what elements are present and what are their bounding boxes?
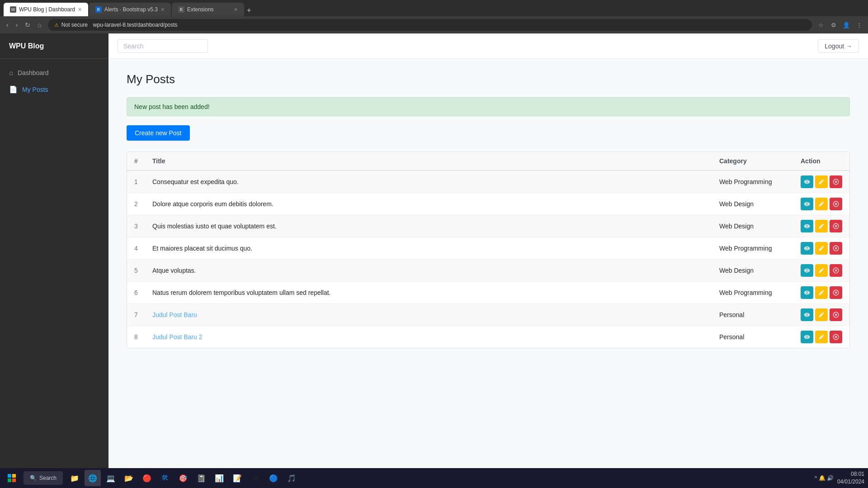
tab-close-extensions[interactable]: ✕ — [234, 7, 238, 13]
row-actions — [793, 304, 849, 326]
view-button[interactable] — [801, 175, 813, 188]
create-new-post-button[interactable]: Create new Post — [127, 125, 190, 141]
taskbar-app-youtube[interactable]: 🔴 — [139, 470, 155, 486]
delete-button[interactable] — [830, 242, 842, 255]
nav-buttons: ‹ › ↻ ⌂ — [4, 19, 44, 30]
taskbar-app-notes[interactable]: 📝 — [229, 470, 245, 486]
sidebar-item-my-posts[interactable]: 📄 My Posts — [0, 81, 108, 98]
edit-button[interactable] — [815, 175, 828, 188]
row-title[interactable]: Judul Post Baru — [145, 304, 712, 326]
taskbar-app-browser[interactable]: 🌐 — [85, 470, 101, 486]
row-actions — [793, 282, 849, 304]
row-actions — [793, 215, 849, 237]
view-button[interactable] — [801, 242, 813, 255]
taskbar-time: 08:01 04/01/2024 — [837, 470, 864, 486]
col-header-num: # — [127, 152, 145, 171]
extensions-icon[interactable]: ⚙ — [828, 19, 839, 30]
edit-button[interactable] — [815, 331, 828, 343]
taskbar-app-notion[interactable]: 📓 — [193, 470, 209, 486]
table-row: 6Natus rerum dolorem temporibus voluptat… — [127, 282, 849, 304]
delete-button[interactable] — [830, 175, 842, 188]
taskbar-app-folder[interactable]: 📂 — [121, 470, 137, 486]
view-button[interactable] — [801, 220, 813, 232]
sidebar-item-my-posts-label: My Posts — [22, 86, 48, 93]
row-actions — [793, 326, 849, 348]
row-num: 8 — [127, 326, 145, 348]
row-title: Consequatur est expedita quo. — [145, 171, 712, 193]
page-title: My Posts — [127, 72, 850, 86]
main-content: My Posts New post has been added! Create… — [108, 59, 868, 488]
view-button[interactable] — [801, 198, 813, 210]
taskbar-app-file-explorer[interactable]: 📁 — [66, 470, 83, 486]
row-category: Web Design — [712, 260, 793, 282]
menu-icon[interactable]: ⋮ — [854, 19, 864, 30]
taskbar-app-terminal[interactable]: 💻 — [103, 470, 119, 486]
start-button[interactable] — [4, 470, 20, 486]
row-title[interactable]: Judul Post Baru 2 — [145, 326, 712, 348]
address-input[interactable]: ⚠ Not secure wpu-laravel-8.test/dashboar… — [48, 19, 812, 31]
delete-button[interactable] — [830, 198, 842, 210]
post-title-link[interactable]: Judul Post Baru 2 — [152, 333, 203, 341]
content-wrapper: My Posts New post has been added! Create… — [108, 59, 868, 362]
tab-close-bootstrap[interactable]: ✕ — [160, 7, 165, 13]
new-tab-button[interactable]: + — [245, 5, 253, 16]
action-buttons-group — [801, 175, 842, 188]
post-title-link[interactable]: Judul Post Baru — [152, 311, 197, 318]
profile-icon[interactable]: 👤 — [841, 19, 852, 30]
table-header-row: # Title Category Action — [127, 152, 849, 171]
edit-button[interactable] — [815, 220, 828, 232]
edit-button[interactable] — [815, 308, 828, 321]
taskbar-app-git[interactable]: 🎯 — [175, 470, 191, 486]
delete-button[interactable] — [830, 264, 842, 277]
tab-wpu-blog[interactable]: W WPU Blog | Dashboard ✕ — [4, 3, 88, 16]
tab-close-wpu[interactable]: ✕ — [78, 7, 82, 13]
my-posts-icon: 📄 — [9, 85, 18, 94]
row-num: 4 — [127, 237, 145, 260]
back-button[interactable]: ‹ — [4, 19, 11, 30]
taskbar-app-chat[interactable]: 🔵 — [265, 470, 282, 486]
sidebar-brand: WPU Blog — [0, 33, 108, 59]
table-row: 7Judul Post BaruPersonal — [127, 304, 849, 326]
address-url: wpu-laravel-8.test/dashboard/posts — [93, 22, 178, 28]
posts-table-container: # Title Category Action 1Consequatur est… — [127, 152, 850, 348]
tab-extensions[interactable]: E Extensions ✕ — [172, 3, 244, 16]
sidebar-item-dashboard[interactable]: ⌂ Dashboard — [0, 64, 108, 81]
view-button[interactable] — [801, 264, 813, 277]
col-header-action: Action — [793, 152, 849, 171]
delete-button[interactable] — [830, 286, 842, 299]
taskbar-app-word[interactable]: 📊 — [211, 470, 227, 486]
tab-label-wpu: WPU Blog | Dashboard — [19, 6, 75, 13]
delete-button[interactable] — [830, 331, 842, 343]
action-buttons-group — [801, 331, 842, 343]
row-num: 3 — [127, 215, 145, 237]
row-category: Personal — [712, 326, 793, 348]
top-bar: Logout → — [108, 33, 868, 59]
edit-button[interactable] — [815, 242, 828, 255]
edit-button[interactable] — [815, 286, 828, 299]
forward-button[interactable]: › — [13, 19, 21, 30]
refresh-button[interactable]: ↻ — [22, 19, 33, 30]
bookmark-icon[interactable]: ☆ — [816, 19, 826, 30]
edit-button[interactable] — [815, 264, 828, 277]
tab-bootstrap[interactable]: B Alerts · Bootstrap v5.3 ✕ — [89, 3, 171, 16]
browser-chrome: W WPU Blog | Dashboard ✕ B Alerts · Boot… — [0, 0, 868, 16]
row-title: Dolore atque corporis eum debitis dolore… — [145, 193, 712, 215]
view-button[interactable] — [801, 308, 813, 321]
top-search-input[interactable] — [118, 39, 208, 53]
delete-button[interactable] — [830, 308, 842, 321]
tab-favicon-extensions: E — [178, 6, 184, 13]
delete-button[interactable] — [830, 220, 842, 232]
view-button[interactable] — [801, 286, 813, 299]
taskbar-app-mail[interactable]: ✉ — [247, 470, 264, 486]
tab-label-extensions: Extensions — [187, 6, 214, 13]
posts-table: # Title Category Action 1Consequatur est… — [127, 152, 849, 348]
edit-button[interactable] — [815, 198, 828, 210]
view-button[interactable] — [801, 331, 813, 343]
svg-rect-27 — [12, 479, 16, 482]
taskbar-search[interactable]: 🔍 Search — [24, 471, 63, 485]
home-button[interactable]: ⌂ — [35, 19, 44, 30]
sidebar-nav: ⌂ Dashboard 📄 My Posts — [0, 59, 108, 104]
taskbar-app-music[interactable]: 🎵 — [283, 470, 300, 486]
taskbar-app-vscode[interactable]: 🛠 — [157, 470, 173, 486]
logout-button[interactable]: Logout → — [818, 39, 859, 53]
